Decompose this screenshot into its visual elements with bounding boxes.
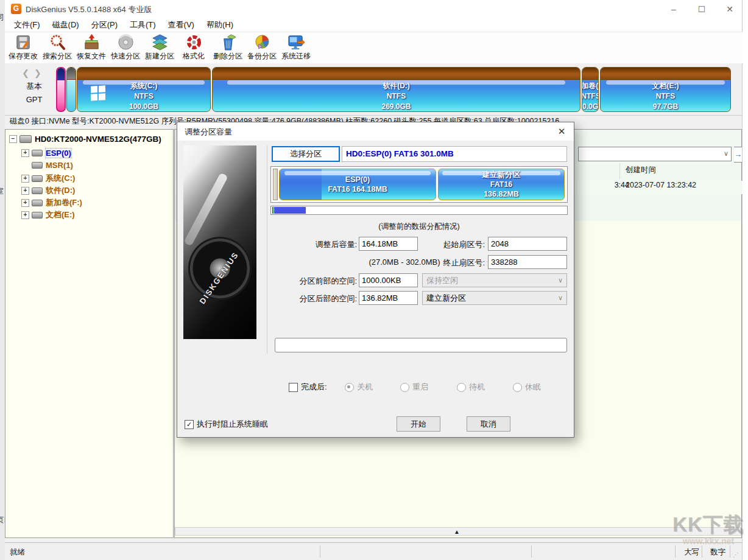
back-space-mode-dropdown[interactable]: 建立新分区 ∨	[422, 291, 567, 305]
recover-files-button[interactable]: 恢复文件	[74, 32, 108, 63]
system-migrate-icon	[288, 33, 305, 51]
partition-block-software-d[interactable]: 软件(D:) NTFS 269.0GB	[212, 67, 580, 112]
start-button[interactable]: 开始	[397, 416, 440, 432]
tree-item-newvolume-f[interactable]: + 新加卷(F:)	[21, 197, 82, 208]
allocation-caption: (调整前的数据分配情况)	[270, 222, 568, 232]
checkbox-checked-icon[interactable]: ✓	[185, 420, 194, 429]
maximize-button[interactable]: ☐	[688, 0, 716, 18]
recover-icon	[83, 33, 101, 51]
front-space-mode-dropdown: 保持空闲 ∨	[422, 273, 567, 287]
system-migrate-button[interactable]: 系统迁移	[279, 32, 313, 63]
partition-size: 269.0GB	[213, 102, 580, 112]
tree-item-software-d[interactable]: + 软件(D:)	[21, 185, 75, 196]
after-done-checkbox[interactable]: 完成后:	[289, 382, 327, 393]
save-changes-button[interactable]: 保存更改	[6, 32, 40, 63]
chevron-down-icon[interactable]: ∨	[724, 150, 729, 158]
preview-block-esp[interactable]: ESP(0) FAT16 164.18MB	[279, 169, 436, 200]
resize-grip[interactable]: ⋰	[733, 551, 740, 559]
prev-disk-icon[interactable]: ❮	[22, 68, 34, 78]
search-icon	[49, 33, 66, 51]
checkbox-icon[interactable]	[289, 383, 298, 392]
save-icon	[15, 33, 32, 51]
disk-scheme-label: GPT	[17, 95, 51, 104]
disk-type-label: 基本	[17, 81, 51, 92]
preview-block-new-partition[interactable]: 建立新分区 FAT16 136.82MB	[438, 169, 565, 200]
menu-tools[interactable]: 工具(T)	[124, 18, 162, 32]
select-partition-button[interactable]: 选择分区	[272, 146, 340, 162]
partition-block-docs-e[interactable]: 文档(E:) NTFS 97.7GB	[600, 67, 731, 112]
start-sector-label: 起始扇区号:	[433, 239, 485, 250]
resize-handle[interactable]	[273, 169, 278, 200]
quick-partition-button[interactable]: 快速分区	[108, 32, 143, 63]
menu-view[interactable]: 查看(V)	[162, 18, 200, 32]
partition-icon	[32, 212, 43, 219]
new-partition-icon	[151, 33, 169, 51]
horizontal-scrollbar[interactable]: ▲	[175, 527, 741, 536]
menu-partition[interactable]: 分区(P)	[85, 18, 124, 32]
toolbar-label: 保存更改	[9, 51, 38, 61]
end-sector-input[interactable]	[488, 255, 567, 269]
expand-icon[interactable]: +	[21, 175, 29, 183]
menu-help[interactable]: 帮助(H)	[200, 18, 239, 32]
partition-size: 10.0GB	[582, 102, 599, 112]
toolbar-label: 搜索分区	[43, 51, 72, 61]
tree-item-esp[interactable]: + ESP(0)	[21, 149, 71, 158]
toolbar-label: 快速分区	[111, 51, 140, 61]
preview-new-fs: FAT16	[490, 180, 513, 189]
partition-icon	[32, 187, 43, 194]
progress-message-box	[275, 338, 567, 352]
delete-partition-button[interactable]: 删除分区	[211, 32, 245, 63]
disk-nav: ❮❯ 基本 GPT	[17, 68, 51, 104]
toolbar: 保存更改 搜索分区 恢复文件 快速分区 新建分区 格式化 删除分区 备份分区	[5, 32, 743, 64]
format-icon	[185, 33, 203, 51]
scroll-marker-icon[interactable]: ▲	[454, 528, 460, 535]
radio-icon	[457, 383, 466, 392]
prevent-sleep-checkbox[interactable]: ✓ 执行时阻止系统睡眠	[185, 419, 268, 430]
next-disk-icon[interactable]: ❯	[34, 68, 46, 78]
close-button[interactable]: ✕	[716, 0, 744, 18]
search-partition-button[interactable]: 搜索分区	[40, 32, 74, 63]
menu-file[interactable]: 文件(F)	[8, 18, 46, 32]
menu-disk[interactable]: 磁盘(D)	[46, 18, 85, 32]
expand-icon[interactable]: +	[21, 149, 29, 157]
back-space-input[interactable]	[359, 291, 418, 305]
expand-icon[interactable]: +	[21, 211, 29, 219]
disk-icon	[19, 135, 32, 143]
toolbar-label: 格式化	[183, 51, 205, 61]
format-button[interactable]: 格式化	[177, 32, 211, 63]
collapse-icon[interactable]: −	[9, 135, 17, 143]
backup-partition-button[interactable]: 备份分区	[245, 32, 279, 63]
partition-block-newvolume-f[interactable]: 新加卷(F:) NTFS 10.0GB	[582, 67, 599, 112]
dialog-close-icon[interactable]: ✕	[554, 124, 569, 139]
data-allocation-bar	[270, 206, 568, 215]
minimize-button[interactable]: –	[660, 0, 688, 18]
chevron-down-icon[interactable]: ∨	[558, 292, 563, 304]
partition-block-msr[interactable]	[66, 67, 76, 112]
partition-icon	[32, 150, 43, 156]
radio-icon	[513, 383, 522, 392]
app-logo-icon: G	[11, 4, 21, 14]
partition-block-esp[interactable]	[56, 67, 66, 112]
expand-icon[interactable]: +	[21, 187, 29, 195]
tree-item-docs-e[interactable]: + 文档(E:)	[21, 209, 75, 220]
go-arrow-button[interactable]: →	[734, 147, 742, 163]
start-sector-input[interactable]	[488, 237, 567, 251]
dialog-partition-preview: ESP(0) FAT16 164.18MB 建立新分区 FAT16 136.82…	[270, 166, 568, 203]
tree-root-disk[interactable]: − HD0:KT2000-NVME512G(477GB)	[9, 135, 161, 144]
partition-block-system-c[interactable]: 系统(C:) NTFS 100.0GB	[77, 67, 211, 112]
filter-combobox[interactable]: ∨	[578, 147, 732, 161]
tree-item-msr[interactable]: MSR(1)	[21, 161, 73, 170]
cancel-button[interactable]: 取消	[467, 416, 510, 432]
partition-icon	[32, 162, 43, 169]
back-space-label: 分区后部的空间:	[272, 293, 357, 304]
front-space-input[interactable]	[359, 273, 418, 287]
expand-icon[interactable]: +	[21, 199, 29, 207]
tree-item-system-c[interactable]: + 系统(C:)	[21, 173, 75, 184]
backup-partition-icon	[253, 33, 271, 51]
capacity-input[interactable]	[359, 237, 418, 251]
radio-icon	[345, 383, 354, 392]
hdd-photo: DISKGENIUS	[183, 145, 256, 339]
new-partition-button[interactable]: 新建分区	[143, 32, 177, 63]
partition-icon	[32, 200, 43, 206]
column-header-created[interactable]: 创建时间	[626, 165, 656, 175]
